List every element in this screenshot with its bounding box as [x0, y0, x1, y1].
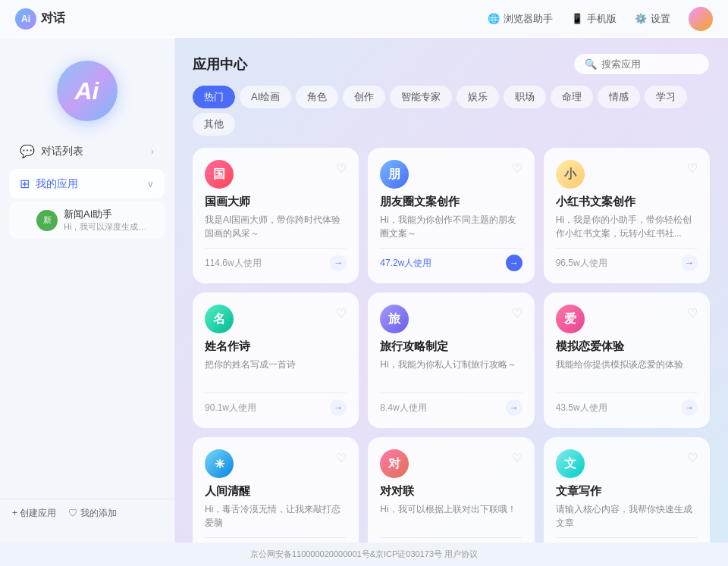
app-users: 96.5w人使用: [556, 257, 607, 270]
app-name: 姓名作诗: [205, 339, 347, 354]
create-app-button[interactable]: + 创建应用: [12, 507, 56, 520]
app-icon-wenzhang: 文: [556, 449, 585, 478]
sidebar-sub-item-news-ai[interactable]: 新 新闻AI助手 Hi，我可以深度生成文案，也可...: [9, 202, 165, 239]
app-users: 90.1w人使用: [205, 402, 256, 414]
header: Ai 对话 🌐 浏览器助手 📱 手机版 ⚙️ 设置: [0, 0, 728, 38]
favorite-button[interactable]: ♡: [512, 161, 522, 176]
content-header: 应用中心 🔍: [193, 53, 710, 75]
header-logo[interactable]: Ai 对话: [15, 8, 65, 30]
sidebar-ai-icon: Ai: [57, 61, 118, 121]
app-card-header: 爱 ♡: [556, 305, 698, 333]
app-desc: 我能给你提供模拟谈恋爱的体验: [556, 358, 698, 385]
app-card-travel[interactable]: 旅 ♡ 旅行攻略制定 Hi，我能为你私人订制旅行攻略～ 8.4w人使用 →: [368, 292, 534, 428]
app-name: 朋友圈文案创作: [380, 195, 522, 209]
app-footer: 96.5w人使用 →: [556, 248, 698, 271]
app-card-wenzhang[interactable]: 文 ♡ 文章写作 请输入核心内容，我帮你快速生成文章 642w人使用 →: [544, 437, 710, 543]
sidebar-item-my-apps[interactable]: ⊞ 我的应用 ∨: [9, 169, 165, 199]
browser-icon: 🌐: [488, 13, 500, 24]
app-card-header: 朋 ♡: [380, 160, 522, 189]
tab-other[interactable]: 其他: [193, 113, 235, 136]
app-card-love[interactable]: 爱 ♡ 模拟恋爱体验 我能给你提供模拟谈恋爱的体验 43.5w人使用 →: [544, 292, 710, 428]
app-arrow[interactable]: →: [330, 255, 347, 271]
tab-create[interactable]: 创作: [343, 86, 385, 108]
app-icon-mingming: 名: [205, 305, 234, 333]
main-layout: Ai 💬 对话列表 › ⊞ 我的应用 ∨ 新 新闻AI助手 Hi，我可以深度生成…: [0, 38, 728, 543]
favorite-button[interactable]: ♡: [512, 451, 522, 465]
app-card-duilian[interactable]: 对 ♡ 对对联 Hi，我可以根据上联对出下联哦！ 31.3w人使用 →: [368, 437, 534, 543]
tab-smart[interactable]: 智能专家: [390, 86, 452, 108]
app-arrow[interactable]: →: [681, 255, 698, 271]
chat-icon: 💬: [20, 144, 35, 158]
app-users: 43.5w人使用: [556, 402, 607, 414]
favorite-button[interactable]: ♡: [687, 451, 698, 465]
tab-learn[interactable]: 学习: [645, 86, 687, 108]
app-name: 小红书文案创作: [556, 195, 698, 209]
tab-entertainment[interactable]: 娱乐: [457, 86, 499, 108]
app-card-renjian[interactable]: ✳ ♡ 人间清醒 Hi，毒舌冷漠无情，让我来敲打恋爱脑 13.9w人使用 →: [193, 437, 359, 543]
apps-icon: ⊞: [20, 177, 30, 191]
favorite-button[interactable]: ♡: [512, 306, 522, 321]
tab-fate[interactable]: 命理: [551, 86, 593, 108]
app-desc: Hi，我可以根据上联对出下联哦！: [380, 502, 522, 530]
page-footer: 京公网安备110000020000001号&京ICP证030173号 用户协议: [0, 543, 728, 566]
my-add-button[interactable]: ♡ 我的添加: [68, 507, 116, 520]
app-card-header: 旅 ♡: [380, 305, 522, 333]
app-footer: 114.6w人使用 →: [205, 248, 347, 271]
tab-hot[interactable]: 热门: [193, 86, 235, 108]
chevron-down-icon: ∨: [147, 179, 154, 189]
favorite-button[interactable]: ♡: [336, 161, 347, 176]
sidebar: Ai 💬 对话列表 › ⊞ 我的应用 ∨ 新 新闻AI助手 Hi，我可以深度生成…: [0, 38, 174, 543]
app-name: 人间清醒: [205, 484, 347, 499]
favorite-button[interactable]: ♡: [687, 306, 698, 321]
tab-ai-draw[interactable]: AI绘画: [240, 86, 291, 108]
settings-icon: ⚙️: [635, 13, 647, 24]
app-arrow[interactable]: →: [681, 399, 698, 416]
search-input[interactable]: [601, 58, 698, 70]
page-title: 应用中心: [193, 55, 247, 73]
app-name: 对对联: [380, 484, 522, 499]
favorite-button[interactable]: ♡: [336, 306, 347, 321]
app-arrow[interactable]: →: [506, 255, 522, 271]
app-icon-duilian: 对: [380, 449, 409, 478]
main-content: 应用中心 🔍 热门 AI绘画 角色 创作 智能专家 娱乐 职场 命理 情感 学习…: [174, 38, 728, 543]
news-ai-icon: 新: [36, 210, 58, 231]
app-desc: 请输入核心内容，我帮你快速生成文章: [556, 502, 698, 530]
app-users: 47.2w人使用: [380, 257, 431, 270]
app-desc: Hi，我是你的小助手，带你轻松创作小红书文案，玩转小红书社...: [556, 213, 698, 240]
app-card-mingming[interactable]: 名 ♡ 姓名作诗 把你的姓名写成一首诗 90.1w人使用 →: [193, 292, 359, 428]
app-users: 8.4w人使用: [380, 402, 426, 414]
tab-role[interactable]: 角色: [296, 86, 338, 108]
app-card-header: 文 ♡: [556, 449, 698, 478]
app-desc: Hi，毒舌冷漠无情，让我来敲打恋爱脑: [205, 502, 347, 530]
tab-work[interactable]: 职场: [504, 86, 546, 108]
app-footer: 47.2w人使用 →: [380, 248, 522, 271]
nav-settings[interactable]: ⚙️ 设置: [635, 12, 670, 26]
app-arrow[interactable]: →: [506, 399, 522, 416]
user-avatar[interactable]: [689, 7, 713, 31]
app-card-guohua[interactable]: 国 ♡ 国画大师 我是AI国画大师，带你跨时代体验国画的风采～ 114.6w人使…: [193, 148, 359, 283]
nav-mobile[interactable]: 📱 手机版: [571, 12, 617, 26]
app-icon-pengyou: 朋: [380, 160, 409, 189]
app-footer: 642w人使用 →: [556, 537, 698, 543]
app-card-header: 小 ♡: [556, 160, 698, 189]
footer-text: 京公网安备110000020000001号&京ICP证030173号 用户协议: [250, 549, 478, 558]
app-desc: 把你的姓名写成一首诗: [205, 358, 347, 385]
sidebar-menu: 💬 对话列表 › ⊞ 我的应用 ∨ 新 新闻AI助手 Hi，我可以深度生成文案，…: [0, 136, 174, 240]
app-footer: 90.1w人使用 →: [205, 392, 347, 416]
app-icon-renjian: ✳: [205, 449, 234, 478]
favorite-button[interactable]: ♡: [336, 451, 347, 465]
app-icon-love: 爱: [556, 305, 585, 333]
app-footer: 43.5w人使用 →: [556, 392, 698, 416]
app-name: 文章写作: [556, 484, 698, 499]
nav-browser-helper[interactable]: 🌐 浏览器助手: [488, 12, 553, 26]
sidebar-item-chat-list[interactable]: 💬 对话列表 ›: [9, 136, 165, 166]
app-arrow[interactable]: →: [330, 399, 347, 416]
app-card-xiaohongshu[interactable]: 小 ♡ 小红书文案创作 Hi，我是你的小助手，带你轻松创作小红书文案，玩转小红书…: [544, 148, 710, 283]
app-name: 模拟恋爱体验: [556, 339, 698, 354]
app-users: 114.6w人使用: [205, 257, 262, 270]
app-name: 旅行攻略制定: [380, 339, 522, 354]
tab-emotion[interactable]: 情感: [598, 86, 640, 108]
search-box[interactable]: 🔍: [573, 53, 710, 75]
app-card-pengyou[interactable]: 朋 ♡ 朋友圈文案创作 Hi，我能为你创作不同主题的朋友圈文案～ 47.2w人使…: [368, 148, 534, 283]
favorite-button[interactable]: ♡: [687, 161, 698, 176]
